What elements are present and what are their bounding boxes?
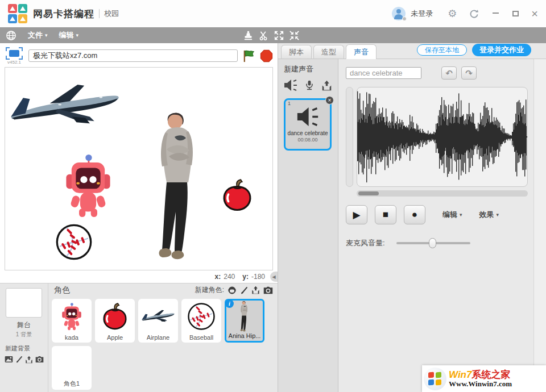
sprite-thumb-airplane[interactable]: Airplane	[138, 299, 178, 343]
chevron-down-icon: ▾	[460, 212, 462, 218]
watermark-url: Www.Winwin7.com	[449, 380, 512, 388]
title-divider	[99, 9, 100, 18]
sprite-thumb-baseball[interactable]: Baseball	[181, 299, 221, 343]
stop-button[interactable]	[260, 49, 273, 62]
login-status[interactable]: 未登录	[411, 9, 433, 19]
minimize-icon[interactable]	[493, 12, 499, 14]
sprite-thumb-kada[interactable]: kada	[52, 299, 92, 343]
sound-name-input[interactable]	[346, 67, 421, 79]
effects-dropdown[interactable]: 效果▾	[479, 210, 499, 220]
stop-sound-button[interactable]: ■	[375, 205, 396, 224]
presentation-mode-icon[interactable]	[6, 47, 23, 60]
baseball-sprite[interactable]	[55, 223, 93, 261]
file-menu[interactable]: 文件▾	[28, 30, 48, 40]
user-avatar[interactable]	[392, 7, 406, 20]
person-sprite[interactable]	[152, 110, 206, 263]
upload-sprite-icon[interactable]	[251, 286, 260, 294]
collapse-stage-icon[interactable]: ◀	[270, 272, 278, 282]
sprite-pane: 角色 新建角色: kada	[48, 283, 278, 392]
apple-sprite[interactable]	[220, 179, 255, 211]
waveform-panel[interactable]	[357, 87, 528, 187]
sprite-library-icon[interactable]	[228, 286, 237, 295]
record-button[interactable]: ●	[404, 205, 425, 224]
airplane-sprite[interactable]	[6, 82, 123, 130]
settings-gear-icon[interactable]: ⚙	[448, 9, 457, 19]
waveform-gutter	[346, 87, 353, 187]
watermark: Win7系统之家 Www.Winwin7.com	[422, 365, 546, 392]
new-backdrop-label: 新建背景	[0, 344, 30, 353]
record-sound-mic-icon[interactable]	[304, 80, 315, 90]
sound-index: 1	[288, 101, 291, 106]
sprite-thumb-apple[interactable]: Apple	[95, 299, 135, 343]
shrink-sprite-icon[interactable]	[289, 31, 299, 40]
title-bar: 网易卡搭编程 校园 未登录 ⚙ ×	[0, 0, 546, 27]
right-gutter	[533, 59, 546, 392]
backdrop-count: 1 背景	[16, 331, 32, 339]
tab-costumes[interactable]: 造型	[313, 45, 344, 59]
camera-backdrop-icon[interactable]	[35, 356, 44, 363]
edit-menu[interactable]: 编辑▾	[59, 30, 79, 40]
stage-panel: v452.1 x: 240 y: -180 ◀	[0, 43, 278, 392]
tab-scripts[interactable]: 脚本	[281, 45, 312, 59]
sound-item-dance-celebrate[interactable]: 1 × dance celebrate 00:08.00	[284, 98, 332, 151]
stage-label: 舞台	[17, 320, 31, 330]
speaker-icon	[296, 107, 319, 126]
editor-panel: 脚本 造型 声音 保存至本地 登录并交作业 新建声音 1	[278, 43, 546, 392]
stage-backdrop-thumb[interactable]	[6, 288, 42, 318]
tab-sounds[interactable]: 声音	[346, 44, 377, 59]
login-submit-button[interactable]: 登录并交作业	[472, 44, 531, 56]
mic-volume-label: 麦克风音量:	[346, 238, 385, 248]
app-title: 网易卡搭编程	[33, 7, 94, 20]
undo-button[interactable]: ↶	[441, 66, 457, 80]
new-sprite-label: 新建角色:	[195, 285, 224, 295]
edit-dropdown[interactable]: 编辑▾	[442, 210, 462, 220]
save-local-button[interactable]: 保存至本地	[417, 44, 467, 56]
sound-editor: ↶ ↷ ▶ ■	[338, 59, 533, 392]
watermark-brand-prefix: Win7	[449, 369, 471, 380]
upload-backdrop-icon[interactable]	[25, 356, 33, 364]
paint-sprite-icon[interactable]	[240, 286, 248, 294]
camera-sprite-icon[interactable]	[263, 286, 273, 294]
sprite-thumb-role1[interactable]: 角色1	[52, 346, 92, 390]
stop-icon: ■	[383, 209, 388, 220]
play-button[interactable]: ▶	[346, 205, 367, 224]
maximize-icon[interactable]	[512, 11, 519, 16]
sound-library-icon[interactable]	[284, 80, 297, 91]
sprite-info-icon[interactable]: i	[225, 299, 234, 308]
language-globe-icon[interactable]	[6, 30, 16, 41]
chevron-down-icon: ▾	[497, 212, 499, 218]
x-label: x:	[215, 273, 221, 281]
sound-name: dance celebrate	[287, 130, 328, 136]
sprite-thumb-anina[interactable]: i Anina Hip...	[225, 299, 264, 343]
grow-sprite-icon[interactable]	[274, 31, 284, 40]
robot-sprite[interactable]	[61, 153, 115, 218]
windows-logo-icon	[424, 368, 446, 390]
paint-backdrop-icon[interactable]	[15, 356, 23, 363]
backdrop-library-icon[interactable]	[5, 356, 13, 363]
mic-volume-slider[interactable]	[396, 242, 470, 244]
delete-sound-icon[interactable]: ×	[325, 96, 334, 105]
redo-button[interactable]: ↷	[461, 66, 477, 80]
green-flag-button[interactable]	[242, 49, 255, 62]
waveform-scrollbar[interactable]	[357, 190, 528, 197]
app-subtitle: 校园	[104, 9, 119, 19]
refresh-icon[interactable]	[469, 9, 479, 19]
delete-scissors-icon[interactable]	[259, 31, 268, 40]
upload-sound-icon[interactable]	[321, 80, 332, 91]
stage-canvas[interactable]	[5, 67, 273, 270]
stage-header: v452.1	[0, 43, 278, 67]
mic-volume-slider-thumb[interactable]	[429, 238, 436, 248]
y-value: -180	[251, 273, 265, 281]
close-icon[interactable]: ×	[531, 8, 538, 19]
menu-bar: 文件▾ 编辑▾	[0, 27, 546, 43]
waveform-canvas[interactable]	[357, 87, 527, 186]
duplicate-stamp-icon[interactable]	[243, 31, 253, 40]
app-logo-icon	[8, 4, 27, 23]
x-value: 240	[224, 273, 235, 281]
sprites-title: 角色	[54, 285, 70, 295]
sound-duration: 00:08.00	[297, 137, 317, 143]
redo-icon: ↷	[465, 68, 473, 78]
project-name-input[interactable]	[28, 49, 238, 62]
waveform-scrollbar-thumb[interactable]	[358, 191, 379, 195]
backdrop-panel: 舞台 1 背景 新建背景	[0, 283, 48, 392]
